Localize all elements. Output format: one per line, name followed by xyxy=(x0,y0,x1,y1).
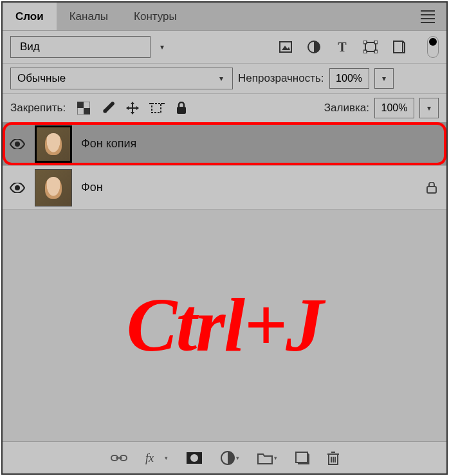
layer-filter-combo[interactable]: ▾ xyxy=(10,36,151,58)
layer-fx-icon[interactable]: fx▾ xyxy=(145,452,168,464)
svg-text:fx: fx xyxy=(145,452,154,464)
opacity-value[interactable]: 100% xyxy=(329,68,369,89)
layers-empty-area: Ctrl+J xyxy=(3,210,446,441)
layer-row[interactable]: Фон копия xyxy=(3,122,446,166)
layer-filter-input[interactable] xyxy=(20,41,156,53)
lock-transparency-icon[interactable] xyxy=(76,100,91,116)
fill-value[interactable]: 100% xyxy=(374,98,414,118)
panel-menu-icon[interactable] xyxy=(409,10,446,23)
blend-opacity-row: Обычные ▾ Непрозрачность: 100% ▾ xyxy=(3,63,446,93)
layer-thumbnail[interactable] xyxy=(35,169,72,206)
layer-filter-row: ▾ T xyxy=(3,31,446,63)
overlay-shortcut-text: Ctrl+J xyxy=(127,282,322,369)
filter-pixel-icon[interactable] xyxy=(278,39,293,55)
layer-mask-icon[interactable] xyxy=(186,452,203,464)
svg-rect-14 xyxy=(84,108,90,114)
svg-rect-29 xyxy=(296,452,307,462)
panel-tabs: Слои Каналы Контуры xyxy=(3,3,446,31)
svg-rect-8 xyxy=(374,41,378,44)
svg-rect-21 xyxy=(427,187,436,193)
fill-stepper[interactable]: ▾ xyxy=(419,98,439,118)
lock-label: Закрепить: xyxy=(10,102,66,114)
opacity-label: Непрозрачность: xyxy=(238,72,324,85)
lock-indicator-icon xyxy=(423,182,440,194)
chevron-down-icon: ▾ xyxy=(160,42,164,51)
layer-row[interactable]: Фон xyxy=(3,166,446,210)
new-layer-icon[interactable] xyxy=(295,452,309,464)
blend-mode-value: Обычные xyxy=(17,72,66,85)
filter-adjustment-icon[interactable] xyxy=(306,39,322,55)
visibility-toggle[interactable] xyxy=(9,139,26,149)
svg-rect-11 xyxy=(394,41,403,53)
svg-point-27 xyxy=(190,454,198,462)
filter-toggle[interactable] xyxy=(427,36,439,58)
svg-point-20 xyxy=(15,185,20,190)
layers-bottom-bar: fx▾ ▾ ▾ xyxy=(3,441,446,473)
fill-label: Заливка: xyxy=(324,102,369,114)
svg-rect-10 xyxy=(374,50,378,53)
svg-rect-9 xyxy=(363,50,367,53)
lock-artboard-icon[interactable] xyxy=(149,100,165,116)
delete-layer-icon[interactable] xyxy=(327,451,339,465)
tab-layers[interactable]: Слои xyxy=(3,3,57,30)
opacity-stepper[interactable]: ▾ xyxy=(374,68,394,89)
lock-all-icon[interactable] xyxy=(174,100,189,116)
lock-fill-row: Закрепить: Заливка: 100% ▾ xyxy=(3,93,446,122)
svg-rect-13 xyxy=(77,102,84,108)
group-icon[interactable]: ▾ xyxy=(257,452,277,464)
tab-channels[interactable]: Каналы xyxy=(57,3,121,30)
link-layers-icon[interactable] xyxy=(111,453,127,462)
svg-point-19 xyxy=(15,142,20,147)
svg-rect-18 xyxy=(177,107,186,114)
visibility-toggle[interactable] xyxy=(9,183,26,193)
svg-text:T: T xyxy=(338,41,347,53)
layers-panel: Слои Каналы Контуры ▾ T xyxy=(1,1,448,475)
layer-name[interactable]: Фон копия xyxy=(81,137,440,151)
filter-smart-icon[interactable] xyxy=(391,39,407,55)
filter-shape-icon[interactable] xyxy=(363,39,378,55)
layers-list: Фон копия Фон Ctrl+J xyxy=(3,122,446,441)
svg-marker-3 xyxy=(282,46,290,50)
svg-rect-7 xyxy=(363,41,367,44)
chevron-down-icon: ▾ xyxy=(217,74,226,83)
layer-thumbnail[interactable] xyxy=(35,125,72,163)
filter-type-icon[interactable]: T xyxy=(334,39,350,55)
lock-paint-icon[interactable] xyxy=(100,100,116,116)
tab-paths[interactable]: Контуры xyxy=(121,3,190,30)
lock-position-icon[interactable] xyxy=(125,100,140,116)
svg-rect-15 xyxy=(152,104,161,113)
layer-name[interactable]: Фон xyxy=(81,181,414,194)
blend-mode-select[interactable]: Обычные ▾ xyxy=(10,68,233,89)
adjustment-layer-icon[interactable]: ▾ xyxy=(221,451,239,465)
